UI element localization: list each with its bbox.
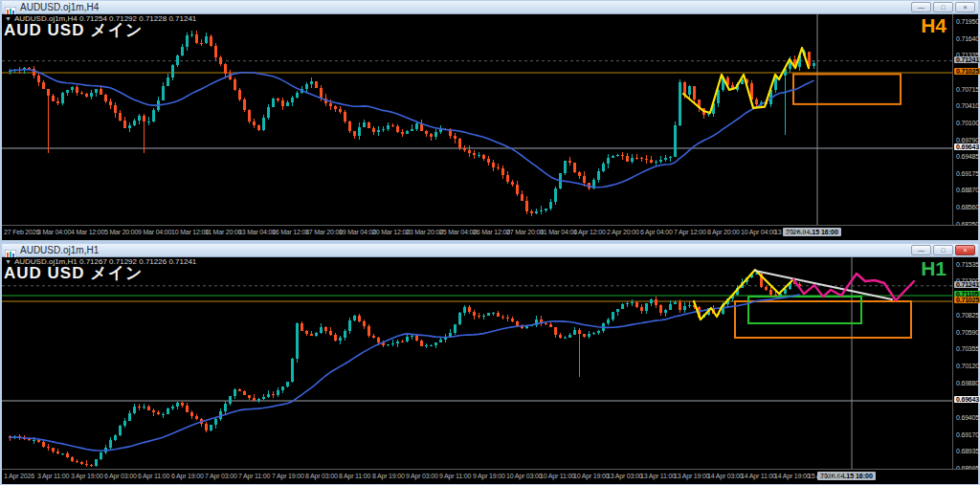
x-axis-tick: 14 Apr 11:00 — [741, 473, 776, 479]
x-axis-tick: 6 Apr 04:00 — [640, 229, 673, 235]
window-controls: — □ × — [911, 2, 975, 12]
x-axis-tick: 9 Apr 19:00 — [473, 473, 505, 479]
x-axis-tick: 7 Apr 03:00 — [205, 473, 237, 479]
x-axis-tick: 5 Mar 20:00 — [104, 229, 138, 235]
chart-window-h4: AUDUSD.oj1m,H4 — □ × ▼AUDUSD.oj1m,H4 0.7… — [2, 1, 978, 240]
x-axis-tick: 23 Mar 20:00 — [406, 229, 443, 235]
x-axis-tick: 13 Apr 11:00 — [640, 473, 676, 479]
y-axis-tick: 0.70355 — [956, 345, 979, 352]
x-axis-tick: 3 Apr 11:00 — [37, 473, 69, 479]
x-axis-tick: 16 Mar 12:00 — [272, 229, 309, 235]
mt4-workspace: AUDUSD.oj1m,H4 — □ × ▼AUDUSD.oj1m,H4 0.7… — [0, 0, 980, 485]
x-axis-tick: 3 Apr 19:00 — [71, 473, 103, 479]
close-button[interactable]: × — [955, 2, 975, 12]
x-axis-tick: 6 Apr 03:00 — [104, 473, 137, 479]
y-axis-tick: 0.71950 — [956, 18, 979, 25]
window-controls: — □ × — [911, 245, 975, 255]
x-axis-tick: 1 Apr 12:00 — [573, 229, 606, 235]
x-axis-tick: 20 Mar 12:00 — [372, 229, 410, 235]
y-axis-tick: 0.71640 — [956, 35, 979, 42]
x-axis-tick: 19 Mar 04:00 — [339, 229, 376, 235]
y-axis-tick: 0.69405 — [956, 414, 979, 421]
y-axis-tick: 0.69175 — [956, 170, 979, 177]
chart-canvas[interactable] — [2, 257, 952, 469]
y-axis-tick: 0.70100 — [956, 120, 979, 126]
x-axis-tick: 26 Mar 12:00 — [473, 229, 510, 235]
x-axis-tick: 6 Apr 11:00 — [138, 473, 169, 479]
y-axis-tick: 0.70410 — [956, 102, 979, 109]
chart-canvas[interactable] — [2, 14, 952, 225]
x-axis-tick: 27 Feb 2026 — [4, 229, 39, 235]
orange-rectangle[interactable] — [735, 301, 911, 338]
x-axis-tick: 10 Apr 11:00 — [540, 473, 575, 479]
x-axis-tick: 8 Apr 03:00 — [305, 473, 338, 479]
y-axis-tick: 0.68870 — [956, 187, 979, 193]
y-axis-tick: 0.70825 — [956, 312, 979, 319]
x-axis-tick: 7 Apr 12:00 — [674, 229, 706, 235]
time-axis[interactable]: 2026.04.15 16:00 1 Apr 20263 Apr 11:003 … — [2, 469, 978, 484]
price-marker-label: 0.71025 — [954, 68, 980, 75]
x-axis-tick: 15 Apr 03:00 — [808, 473, 843, 479]
window-title: AUDUSD.oj1m,H1 — [20, 245, 99, 256]
orange-rectangle[interactable] — [793, 74, 901, 103]
time-axis[interactable]: 2026.04.15 16:00 27 Feb 20263 Mar 04:004… — [2, 225, 978, 240]
window-titlebar[interactable]: AUDUSD.oj1m,H1 — □ × — [2, 244, 978, 257]
minimize-button[interactable]: — — [911, 245, 931, 255]
y-axis-tick: 0.70715 — [956, 86, 979, 93]
x-axis-tick: 11 Mar 20:00 — [205, 229, 241, 235]
chart-body: ▼AUDUSD.oj1m,H1 0.71267 0.71292 0.71226 … — [2, 257, 978, 469]
y-axis-tick: 0.70590 — [956, 329, 979, 336]
price-axis[interactable]: 0.715350.713000.708250.705900.703550.701… — [952, 257, 978, 469]
x-axis-tick: 10 Apr 03:00 — [506, 473, 542, 479]
price-marker-label: 0.71241 — [954, 281, 980, 288]
x-axis-tick: 4 Mar 12:00 — [71, 229, 104, 235]
x-axis-tick: 9 Apr 11:00 — [439, 473, 471, 479]
candlestick-series — [9, 272, 801, 468]
x-axis-tick: 2 Apr 20:00 — [607, 229, 639, 235]
x-axis-tick: 13 Apr 12:00 — [774, 229, 810, 235]
moving-average-line — [10, 295, 799, 451]
x-axis-tick: 8 Apr 11:00 — [339, 473, 370, 479]
symbol-watermark: AUD USD メイン — [4, 19, 143, 41]
symbol-watermark: AUD USD メイン — [4, 262, 143, 284]
x-axis-tick: 17 Mar 20:00 — [305, 229, 343, 235]
chart-window-icon — [5, 246, 16, 255]
x-axis-tick: 10 Mar 12:00 — [171, 229, 209, 235]
y-axis-tick: 0.68560 — [956, 204, 979, 210]
y-axis-tick: 0.69170 — [956, 431, 979, 438]
x-axis-tick: 9 Apr 03:00 — [406, 473, 438, 479]
price-axis[interactable]: 0.719500.716400.713350.707150.704100.701… — [952, 14, 978, 225]
restore-button[interactable]: □ — [933, 245, 953, 255]
x-axis-tick: 10 Apr 19:00 — [573, 473, 609, 479]
window-title: AUDUSD.oj1m,H4 — [20, 2, 99, 13]
timeframe-label: H4 — [921, 14, 947, 37]
window-titlebar[interactable]: AUDUSD.oj1m,H4 — □ × — [2, 1, 978, 14]
x-axis-tick: 7 Apr 19:00 — [272, 473, 304, 479]
price-marker-label: 0.71025 — [954, 297, 980, 303]
x-axis-tick: 10 Apr 04:00 — [741, 229, 776, 235]
x-axis-tick: 14 Apr 19:00 — [774, 473, 810, 479]
restore-button[interactable]: □ — [933, 2, 953, 12]
price-marker-label: 0.71241 — [954, 56, 980, 63]
x-axis-tick: 6 Apr 19:00 — [171, 473, 204, 479]
zigzag-yellow[interactable] — [694, 270, 793, 320]
chart-plot-area[interactable]: ▼AUDUSD.oj1m,H1 0.71267 0.71292 0.71226 … — [2, 257, 952, 469]
timeframe-label: H1 — [921, 257, 947, 280]
close-button[interactable]: × — [955, 245, 975, 255]
chart-window-icon — [5, 3, 16, 12]
chart-body: ▼AUDUSD.oj1m,H4 0.71254 0.71292 0.71228 … — [2, 14, 978, 225]
x-axis-tick: 25 Mar 04:00 — [439, 229, 477, 235]
x-axis-tick: 8 Apr 19:00 — [372, 473, 405, 479]
x-axis-tick: 7 Apr 11:00 — [238, 473, 270, 479]
x-axis-tick: 13 Apr 19:00 — [674, 473, 709, 479]
minimize-button[interactable]: — — [911, 2, 931, 12]
x-axis-tick: 8 Apr 20:00 — [707, 229, 740, 235]
chart-plot-area[interactable]: ▼AUDUSD.oj1m,H4 0.71254 0.71292 0.71228 … — [2, 14, 952, 225]
y-axis-tick: 0.68935 — [956, 448, 979, 454]
candlestick-series — [9, 31, 815, 216]
y-axis-tick: 0.69790 — [956, 137, 979, 143]
x-axis-tick: 3 Mar 04:00 — [37, 229, 71, 235]
price-marker-label: 0.69643 — [954, 396, 980, 403]
chart-window-h1: AUDUSD.oj1m,H1 — □ × ▼AUDUSD.oj1m,H1 0.7… — [2, 244, 978, 484]
price-marker-label: 0.69643 — [954, 143, 980, 150]
